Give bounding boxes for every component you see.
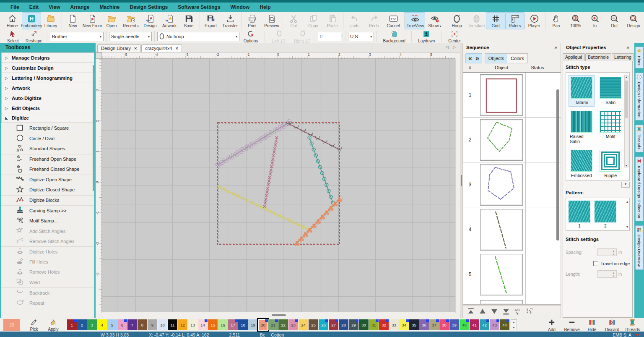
toolbar-button[interactable]: Grid [486,12,505,29]
toolbox-section[interactable]: ▷ Artwork [1,83,94,93]
menu-item[interactable]: View [44,3,65,11]
toolbox-tool[interactable]: Digitize Holes [1,246,94,257]
toolbox-tool[interactable]: Backtrack [1,287,94,298]
toolbar-button[interactable]: Template [467,12,486,29]
machine-combo[interactable]: Brother▾ [50,32,104,41]
laydown-button[interactable]: Laydown [414,30,439,43]
toolbar-button[interactable]: Show [425,12,444,29]
toolbar-button[interactable]: Export [200,12,221,29]
toolbar-button[interactable]: Cut [283,12,304,29]
toolbox-section[interactable]: ▷ Lettering / Monogramming [1,73,94,83]
color-swatch[interactable]: 40 [460,319,469,330]
palette-action-button[interactable]: Threads [622,318,642,332]
color-swatch[interactable]: 32 [379,319,389,330]
pattern-option[interactable]: 1 [569,201,590,230]
toolbar-button[interactable]: Save [179,12,198,29]
toolbox-tool[interactable]: Weld [1,277,94,288]
toolbar-button[interactable]: TrueView [404,12,425,29]
color-swatch[interactable]: 24 [299,319,308,330]
toolbar-button[interactable]: Library [41,12,60,29]
document-tab[interactable]: Design Library × [97,44,140,52]
toolbar-button[interactable]: Undo [343,12,364,29]
color-swatch[interactable]: 2 [77,319,87,330]
toolbar-button[interactable]: Artwork [160,12,179,29]
color-swatch[interactable]: 8 [138,319,147,330]
toolbox-section[interactable]: ▷ Edit Objects [1,103,94,113]
color-swatch[interactable]: 18 [238,319,248,330]
toolbar-button[interactable]: Esc Cancel [384,12,403,29]
stitch-type-option[interactable]: Motif [598,109,624,146]
stitch-type-option[interactable]: Raised Satin [569,109,595,146]
color-swatch[interactable]: 1 [67,319,77,330]
toolbox-section[interactable]: ◣ Digitize [1,113,94,123]
color-swatch[interactable]: 39 [449,319,459,330]
color-swatch[interactable]: 29 [349,319,358,330]
apply-color-button[interactable]: Apply [44,319,63,332]
palette-action-button[interactable]: Add [542,318,562,332]
toolbox-tool[interactable]: Remove Stitch Angles [1,236,94,247]
toolbox-section[interactable]: ▷ Auto-Digitize [1,93,94,103]
select-button[interactable]: Select [3,30,23,43]
units-combo[interactable]: U.S.▾ [348,32,374,41]
color-swatch[interactable]: 9 [148,319,157,330]
sequence-next-button[interactable]: » [475,55,479,62]
color-swatch[interactable]: 10 [158,319,167,330]
color-swatch[interactable]: 19 [248,319,258,330]
stitch-type-expand-button[interactable]: ▾ [621,182,630,188]
sequence-row[interactable]: 3 [463,162,561,207]
docked-tab[interactable]: i Design Information [635,73,644,120]
color-swatch[interactable]: 31 [369,319,379,330]
toolbar-button[interactable]: H Embroidery [22,12,41,29]
color-swatch[interactable]: 14 [198,319,208,330]
canvas-horizontal-scrollbar[interactable] [102,312,455,318]
close-tab-icon[interactable]: × [176,46,178,51]
color-swatch[interactable]: 3 [87,319,97,330]
sequence-view-toggle[interactable]: Colors [507,54,527,63]
toolbox-tool[interactable]: Digitize Closed Shape [1,185,94,195]
options-button[interactable]: Options [239,30,262,43]
docked-tab[interactable]: Keyboard Design Collection [635,157,644,221]
toolbar-button[interactable]: Design [624,12,643,29]
toolbox-tool[interactable]: Fill Holes [1,257,94,267]
toolbar-button[interactable]: 1 100% [566,12,585,29]
background-button[interactable]: Background [379,30,409,43]
seqdown-icon[interactable] [490,307,499,316]
sequence-row[interactable]: 5 [463,252,561,297]
toolbox-tool[interactable]: Freehand Open Shape [1,154,94,165]
stitch-type-option[interactable]: Ripple [598,148,624,180]
toolbar-button[interactable]: Paste [323,12,342,29]
stitch-type-scrollbar[interactable]: ▲▼ [624,75,628,167]
tab-scroll-arrows[interactable]: ◁ ▷ [446,45,457,49]
color-swatch[interactable]: 7 [127,319,137,330]
color-swatch[interactable]: 22 [278,319,288,330]
color-swatch[interactable]: 5 [107,319,117,330]
scrollbar-handle[interactable] [272,314,286,316]
color-swatch[interactable]: 30 [359,319,369,330]
color-swatch[interactable]: 11 [168,319,177,330]
toolbar-button[interactable]: Print [241,12,262,29]
menu-item[interactable]: Machine [95,3,125,11]
toolbar-button[interactable]: Player [525,12,544,29]
seqbottom-icon[interactable] [501,307,511,316]
toolbox-tool[interactable]: Carving Stamp >> [1,205,94,216]
toolbar-button[interactable]: Copy [304,12,323,29]
color-swatch[interactable]: 44 [500,319,509,330]
palette-action-button[interactable]: Remove [562,318,582,332]
sequence-row[interactable]: 4 [463,207,561,252]
toolbar-button[interactable]: Transfer [221,12,240,29]
toolbar-button[interactable]: Pan [545,12,566,29]
pick-color-button[interactable]: Pick [24,319,44,332]
center-button[interactable]: Center [444,30,465,43]
toolbar-button[interactable]: Preview [262,12,281,29]
color-swatch[interactable]: 35 [409,319,419,330]
toolbox-tool[interactable]: Repeat [1,298,94,308]
sequp-icon[interactable] [478,307,487,316]
collapse-panel-icon[interactable]: » [554,44,557,50]
toolboxes-scrollbar[interactable] [93,65,94,191]
hoop-combo[interactable]: No hoop▾ [157,32,239,41]
color-swatch[interactable]: 12 [178,319,187,330]
color-swatch[interactable]: 36 [419,319,429,330]
color-swatch[interactable]: 20 [258,319,268,330]
seqtop-icon[interactable] [466,307,475,316]
toolbar-button[interactable]: Open [102,12,121,29]
